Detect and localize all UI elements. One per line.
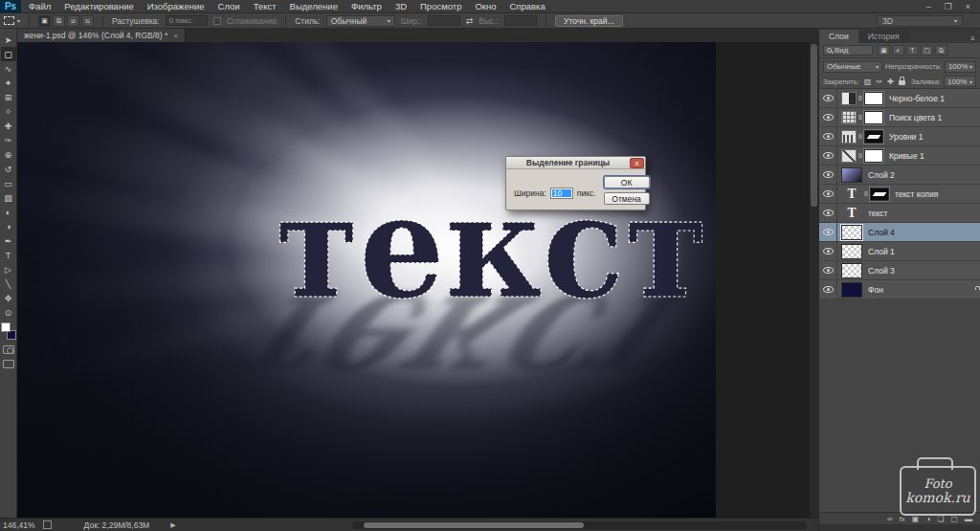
ok-button[interactable]: ОК (604, 176, 650, 188)
eraser-tool[interactable]: ▭ (1, 176, 16, 190)
menu-item-8[interactable]: Просмотр (420, 1, 461, 11)
clone-stamp-tool[interactable]: ⊕ (1, 147, 16, 162)
blend-mode-select[interactable]: Обычные ▾ (823, 61, 882, 73)
layer-thumbnail[interactable] (841, 282, 862, 298)
layer-filter-select[interactable]: Вид (823, 45, 873, 55)
intersect-selection-icon[interactable]: ⧅ (81, 15, 94, 27)
layer-row-4[interactable]: Слой 2 (819, 166, 980, 185)
layer-mask-thumbnail[interactable] (864, 130, 883, 144)
close-icon[interactable]: × (173, 32, 178, 40)
filter-shape-layers-icon[interactable]: ▢ (921, 45, 933, 55)
visibility-toggle[interactable] (819, 261, 837, 280)
menu-item-10[interactable]: Справка (510, 1, 546, 11)
menu-item-7[interactable]: 3D (395, 1, 407, 11)
vertical-scrollbar[interactable] (810, 42, 818, 518)
vertical-scrollbar-thumb[interactable] (811, 44, 817, 207)
visibility-toggle[interactable] (819, 127, 837, 146)
panel-tab-0[interactable]: Слои (819, 30, 858, 43)
horizontal-scrollbar[interactable] (352, 521, 807, 529)
rectangular-marquee-tool[interactable]: ▢ (1, 47, 16, 61)
visibility-toggle[interactable] (819, 108, 837, 127)
visibility-toggle[interactable] (819, 146, 837, 166)
layer-row-9[interactable]: Слой 3 (819, 261, 980, 280)
menu-item-6[interactable]: Фильтр (351, 1, 382, 11)
healing-brush-tool[interactable]: ✚ (1, 119, 16, 133)
width-input[interactable]: 10 (550, 188, 573, 199)
layer-thumbnail[interactable] (841, 263, 862, 278)
layer-row-10[interactable]: Фон (819, 280, 980, 299)
width-field[interactable] (428, 15, 460, 26)
move-tool[interactable]: ➤ (1, 33, 16, 47)
layer-thumbnail[interactable] (841, 167, 862, 183)
panel-menu-icon[interactable]: ≡ (970, 34, 980, 43)
type-tool[interactable]: T (1, 248, 16, 262)
quick-mask-button[interactable] (3, 345, 14, 354)
workspace-switcher[interactable]: 3D ▾ (877, 15, 963, 27)
levels-adjustment-icon[interactable] (841, 130, 857, 144)
menu-item-3[interactable]: Слои (218, 1, 240, 11)
pen-tool[interactable]: ✒ (1, 233, 16, 248)
quick-selection-tool[interactable]: ✦ (1, 76, 16, 90)
foreground-color-swatch[interactable] (1, 322, 11, 332)
antialias-checkbox[interactable] (213, 17, 221, 25)
visibility-toggle[interactable] (819, 242, 837, 261)
layer-row-5[interactable]: T8текст копия (819, 185, 980, 204)
horizontal-scrollbar-thumb[interactable] (364, 522, 584, 528)
lock-all-icon[interactable] (897, 77, 907, 87)
layer-mask-thumbnail[interactable] (864, 111, 883, 124)
document-tab[interactable]: жени-1.psd @ 146% (Слой 4, RGB/8) * × (17, 29, 186, 42)
layer-thumbnail[interactable] (841, 244, 862, 259)
layer-mask-thumbnail[interactable] (870, 188, 889, 201)
link-layers-icon[interactable]: ∞ (887, 515, 893, 523)
blur-tool[interactable]: ◐ (1, 205, 16, 219)
visibility-toggle[interactable] (819, 185, 837, 204)
type-layer-icon[interactable]: T (841, 206, 862, 221)
status-arrow-icon[interactable]: ▶ (170, 521, 175, 529)
layer-row-6[interactable]: Tтекст (819, 204, 980, 223)
history-brush-tool[interactable]: ↺ (1, 162, 16, 176)
gradient-tool[interactable]: ▨ (1, 190, 16, 205)
visibility-toggle[interactable] (819, 280, 837, 299)
layer-row-0[interactable]: 8Черно-белое 1 (819, 89, 980, 108)
document-viewport[interactable]: текст текст (17, 42, 818, 518)
brush-tool[interactable]: ✑ (1, 133, 16, 147)
eyedropper-tool[interactable]: ✧ (1, 104, 16, 119)
minimize-button[interactable]: – (926, 2, 931, 11)
feather-field[interactable]: 0 пикс. (166, 15, 208, 26)
layer-row-2[interactable]: 8Уровни 1 (819, 127, 980, 146)
curves-adjustment-icon[interactable] (841, 149, 857, 163)
layer-row-1[interactable]: 8Поиск цвета 1 (819, 108, 980, 127)
black-white-adjustment-icon[interactable] (841, 92, 857, 105)
path-selection-tool[interactable]: ▷ (1, 262, 16, 277)
line-tool[interactable]: ╲ (1, 277, 16, 291)
style-select[interactable]: Обычный ▾ (326, 15, 395, 27)
zoom-level[interactable]: 146,41% (3, 520, 35, 530)
add-to-selection-icon[interactable]: ⧉ (53, 15, 65, 27)
layer-row-7[interactable]: Слой 4 (819, 223, 980, 242)
layer-row-3[interactable]: 8Кривые 1 (819, 146, 980, 166)
type-layer-icon[interactable]: T (841, 187, 862, 202)
lock-pixels-icon[interactable]: ✑ (874, 77, 884, 87)
menu-item-5[interactable]: Выделение (290, 1, 338, 11)
swap-dimensions-icon[interactable]: ⇄ (466, 16, 474, 26)
visibility-toggle[interactable] (819, 89, 837, 108)
subtract-from-selection-icon[interactable]: ⧄ (67, 15, 79, 27)
lock-position-icon[interactable]: ✚ (885, 77, 896, 87)
dialog-title-bar[interactable]: Выделение границы x (506, 157, 645, 169)
dialog-close-button[interactable]: x (630, 158, 644, 168)
filter-smart-objects-icon[interactable]: ⧉ (935, 45, 947, 55)
visibility-toggle[interactable] (819, 166, 837, 185)
cancel-button[interactable]: Отмена (604, 192, 650, 205)
menu-item-2[interactable]: Изображение (147, 1, 205, 11)
hand-tool[interactable]: ✥ (1, 291, 16, 305)
lasso-tool[interactable]: ∿ (1, 61, 16, 76)
layer-row-8[interactable]: Слой 1 (819, 242, 980, 261)
layer-thumbnail[interactable] (841, 225, 862, 240)
filter-adjustment-layers-icon[interactable]: ◐ (892, 45, 904, 55)
refine-edge-button[interactable]: Уточн. край... (555, 15, 623, 27)
close-button[interactable]: × (966, 2, 970, 11)
opacity-select[interactable]: 100% ▾ (945, 61, 976, 73)
menu-item-4[interactable]: Текст (254, 1, 277, 11)
crop-tool[interactable]: ⊞ (1, 90, 16, 104)
visibility-toggle[interactable] (819, 204, 837, 223)
